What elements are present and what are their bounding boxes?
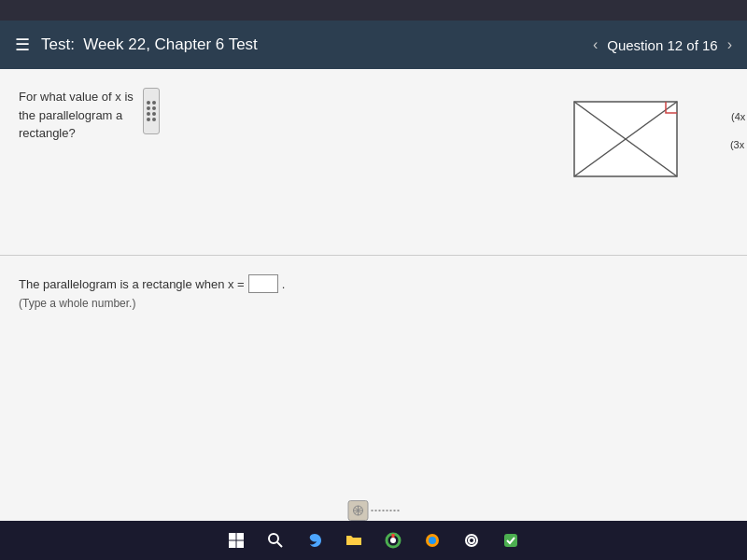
answer-input[interactable]: [248, 274, 278, 293]
browser-bar: [0, 0, 747, 21]
svg-rect-11: [237, 541, 245, 549]
question-text: For what value of x is the parallelogram…: [19, 88, 134, 143]
taskbar: [0, 521, 747, 560]
drag-handle[interactable]: [143, 88, 160, 134]
next-question-button[interactable]: ›: [727, 36, 732, 53]
answer-prefix: The parallelogram is a rectangle when x …: [19, 277, 245, 291]
answer-text: The parallelogram is a rectangle when x …: [19, 274, 728, 293]
search-taskbar-button[interactable]: [262, 527, 289, 553]
menu-icon[interactable]: ☰: [15, 35, 30, 55]
header-nav: ‹ Question 12 of 16 ›: [593, 36, 732, 53]
angle-label-top: (4x − 6)°: [731, 111, 747, 122]
question-left: For what value of x is the parallelogram…: [19, 88, 160, 143]
resize-icon[interactable]: [348, 500, 369, 521]
last-taskbar-button[interactable]: [498, 527, 524, 553]
folder-taskbar-button[interactable]: [341, 527, 367, 553]
hint-text: (Type a whole number.): [19, 297, 728, 310]
answer-area: The parallelogram is a rectangle when x …: [0, 256, 747, 521]
windows-start-button[interactable]: [223, 527, 249, 553]
svg-point-12: [269, 534, 278, 543]
diagram-area: (4x − 6)° (3x + 10)°: [570, 88, 728, 190]
svg-point-15: [390, 538, 396, 543]
header: ☰ Test: Week 22, Chapter 6 Test ‹ Questi…: [0, 21, 747, 69]
answer-suffix: .: [282, 277, 286, 291]
header-left: ☰ Test: Week 22, Chapter 6 Test: [15, 35, 258, 55]
resize-area[interactable]: [348, 500, 400, 521]
test-title: Week 22, Chapter 6 Test: [83, 35, 257, 53]
chrome-taskbar-button[interactable]: [380, 527, 406, 553]
edge-taskbar-button[interactable]: [302, 527, 328, 553]
svg-rect-9: [237, 533, 245, 540]
svg-line-13: [277, 542, 282, 547]
svg-rect-10: [229, 541, 236, 549]
firefox-taskbar-button[interactable]: [419, 527, 445, 553]
svg-point-18: [469, 538, 474, 543]
rectangle-diagram: (4x − 6)° (3x + 10)°: [570, 97, 700, 190]
prev-question-button[interactable]: ‹: [593, 36, 598, 53]
question-counter: Question 12 of 16: [607, 37, 717, 53]
test-label: Test:: [41, 35, 75, 53]
question-area: For what value of x is the parallelogram…: [0, 69, 747, 256]
svg-rect-8: [229, 533, 236, 540]
main-content: For what value of x is the parallelogram…: [0, 69, 747, 521]
svg-point-19: [466, 535, 477, 546]
svg-point-17: [429, 537, 436, 544]
svg-rect-20: [504, 534, 517, 547]
header-title: Test: Week 22, Chapter 6 Test: [41, 35, 258, 54]
dotted-line: [372, 510, 400, 511]
settings-taskbar-button[interactable]: [458, 527, 485, 553]
angle-label-bottom: (3x + 10)°: [730, 139, 747, 150]
